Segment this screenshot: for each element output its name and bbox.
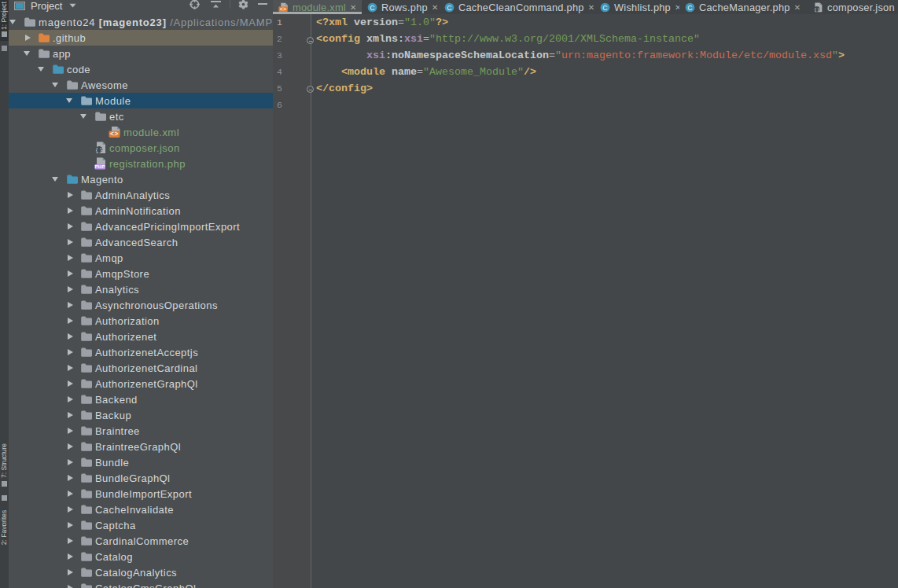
svg-text:{ }: { } bbox=[815, 6, 819, 11]
svg-text:C: C bbox=[687, 3, 693, 11]
svg-text:C: C bbox=[602, 3, 608, 11]
svg-text:<>: <> bbox=[280, 6, 286, 11]
svg-text:C: C bbox=[370, 3, 375, 11]
svg-text:PHP: PHP bbox=[95, 164, 105, 169]
svg-text:<>: <> bbox=[110, 130, 119, 138]
svg-text:{ }: { } bbox=[96, 146, 103, 153]
svg-text:C: C bbox=[447, 3, 452, 11]
